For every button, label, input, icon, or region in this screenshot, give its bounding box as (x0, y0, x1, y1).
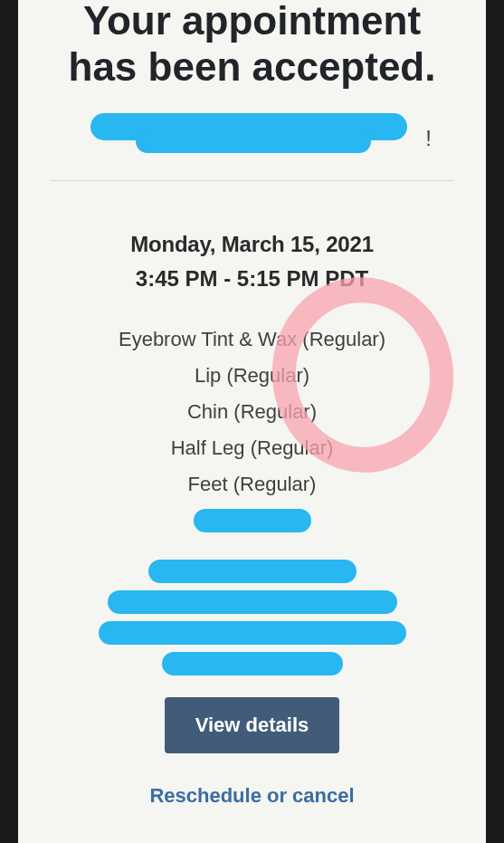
redaction-stroke (108, 590, 397, 614)
redaction-stroke (99, 621, 406, 645)
view-details-button[interactable]: View details (165, 697, 340, 753)
redaction-stroke (162, 652, 343, 675)
redacted-greeting: ! (18, 106, 486, 169)
divider (51, 180, 453, 181)
appointment-time: 3:45 PM - 5:15 PM PDT (18, 266, 486, 292)
list-item: Chin (Regular) (18, 400, 486, 424)
appointment-date: Monday, March 15, 2021 (18, 232, 486, 257)
service-list: Eyebrow Tint & Wax (Regular) Lip (Regula… (18, 328, 486, 496)
list-item: Feet (Regular) (18, 473, 486, 496)
list-item: Lip (Regular) (18, 364, 486, 388)
page-title: Your appointment has been accepted. (18, 0, 486, 90)
redaction-stroke (194, 509, 311, 532)
redacted-provider-info (18, 509, 486, 675)
redaction-stroke (136, 129, 371, 153)
reschedule-cancel-link[interactable]: Reschedule or cancel (18, 784, 486, 808)
list-item: Half Leg (Regular) (18, 436, 486, 460)
appointment-confirmation-screen: Your appointment has been accepted. ! Mo… (18, 0, 486, 843)
appointment-details: Monday, March 15, 2021 3:45 PM - 5:15 PM… (18, 232, 486, 808)
list-item: Eyebrow Tint & Wax (Regular) (18, 328, 486, 351)
redaction-stroke (148, 560, 357, 583)
greeting-fragment: ! (425, 126, 432, 151)
